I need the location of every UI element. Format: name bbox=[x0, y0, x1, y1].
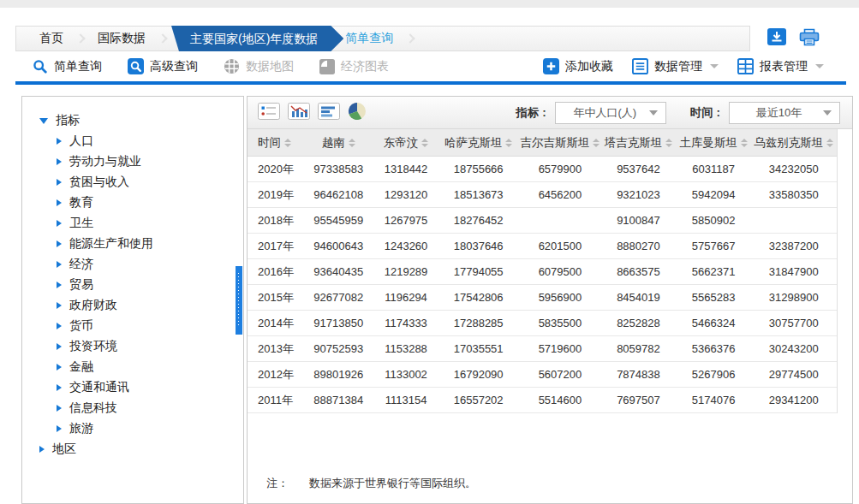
page-top-band bbox=[0, 0, 859, 8]
column-header-塔吉克斯坦[interactable]: 塔吉克斯坦 bbox=[600, 129, 677, 156]
table-row[interactable]: 2011年88871384111315416557202551460076975… bbox=[248, 388, 837, 413]
tree-node-卫生[interactable]: 卫生 bbox=[22, 213, 243, 234]
chevron-right-icon bbox=[406, 33, 415, 43]
table-row[interactable]: 2020年97338583131844218755666657990095376… bbox=[248, 157, 837, 182]
triangle-right-icon bbox=[57, 343, 62, 350]
column-header-乌兹别克斯坦[interactable]: 乌兹别克斯坦 bbox=[751, 129, 837, 156]
toolbar-button[interactable]: 报表管理 bbox=[737, 58, 824, 74]
triangle-right-icon bbox=[57, 323, 62, 329]
chevron-down-icon bbox=[815, 64, 824, 68]
data-cell: 1153288 bbox=[375, 336, 438, 361]
tree-node-金融[interactable]: 金融 bbox=[22, 357, 243, 377]
chevron-right-icon bbox=[75, 33, 85, 43]
toolbar-blue-rule bbox=[15, 81, 846, 85]
tree-node-政府财政[interactable]: 政府财政 bbox=[22, 295, 243, 316]
tree-node-label: 金融 bbox=[69, 359, 93, 375]
toolbar-button[interactable]: 数据管理 bbox=[632, 58, 719, 74]
sort-arrows-icon[interactable] bbox=[349, 139, 355, 147]
sort-arrows-icon[interactable] bbox=[741, 139, 748, 147]
column-header-土库曼斯坦[interactable]: 土库曼斯坦 bbox=[677, 129, 751, 156]
list-box-icon bbox=[632, 58, 648, 74]
list-view-button[interactable] bbox=[258, 103, 280, 122]
column-header-哈萨克斯坦[interactable]: 哈萨克斯坦 bbox=[438, 129, 520, 156]
download-button[interactable] bbox=[767, 28, 787, 47]
tree-node-教育[interactable]: 教育 bbox=[22, 193, 243, 213]
indicator-filter-label: 指标 : bbox=[516, 105, 546, 121]
data-cell bbox=[751, 208, 837, 233]
tree-node-地区[interactable]: 地区 bbox=[22, 439, 243, 460]
tree-node-label: 能源生产和使用 bbox=[69, 236, 153, 252]
data-cell: 5835500 bbox=[520, 311, 600, 335]
toolbar-button[interactable]: 添加收藏 bbox=[543, 58, 613, 74]
row-year-cell: 2020年 bbox=[248, 157, 302, 181]
sort-arrows-icon[interactable] bbox=[421, 139, 428, 147]
indicator-select[interactable]: 年中人口(人) bbox=[555, 102, 666, 124]
toolbar-button-label: 数据管理 bbox=[654, 59, 702, 74]
chevron-down-icon bbox=[710, 64, 719, 68]
data-cell: 17794055 bbox=[438, 259, 520, 284]
time-select[interactable]: 最近10年 bbox=[729, 102, 840, 124]
breadcrumb-item[interactable]: 国际数据 bbox=[98, 31, 146, 46]
tree-node-经济[interactable]: 经济 bbox=[22, 254, 243, 275]
table-row[interactable]: 2014年91713850117433317288285583550082528… bbox=[248, 311, 837, 336]
breadcrumb-item[interactable]: 简单查询 bbox=[345, 31, 393, 46]
data-cell: 8663575 bbox=[600, 259, 677, 284]
tree-node-贫困与收入[interactable]: 贫困与收入 bbox=[22, 172, 243, 193]
row-year-cell: 2013年 bbox=[248, 336, 302, 361]
table-row[interactable]: 2017年94600643124326018037646620150088802… bbox=[248, 234, 837, 259]
sidebar-scrollbar-thumb[interactable] bbox=[236, 266, 242, 335]
tree-node-劳动力与就业[interactable]: 劳动力与就业 bbox=[22, 151, 243, 172]
tree-node-人口[interactable]: 人口 bbox=[22, 131, 243, 151]
data-cell: 6031187 bbox=[677, 157, 751, 181]
column-header-越南[interactable]: 越南 bbox=[302, 129, 375, 156]
data-cell: 5514600 bbox=[520, 388, 600, 412]
data-cell: 18037646 bbox=[438, 234, 520, 258]
tree-node-旅游[interactable]: 旅游 bbox=[22, 418, 243, 439]
tree-node-label: 劳动力与就业 bbox=[69, 154, 141, 169]
bar-chart-view-button[interactable] bbox=[318, 103, 340, 122]
data-cell: 6456200 bbox=[520, 182, 600, 207]
table-header-row: 时间越南东帝汶哈萨克斯坦吉尔吉斯斯坦塔吉克斯坦土库曼斯坦乌兹别克斯坦 bbox=[248, 129, 837, 157]
table-row[interactable]: 2016年93640435121928917794055607950086635… bbox=[248, 259, 837, 285]
table-row[interactable]: 2019年96462108129312018513673645620093210… bbox=[248, 182, 837, 208]
map-globe-icon bbox=[224, 58, 240, 74]
print-button[interactable] bbox=[799, 28, 820, 47]
plus-box-icon bbox=[543, 58, 559, 74]
tree-node-货币[interactable]: 货币 bbox=[22, 316, 243, 336]
column-header-label: 土库曼斯坦 bbox=[679, 135, 737, 151]
row-year-cell: 2017年 bbox=[248, 234, 302, 258]
toolbar-button[interactable]: 高级查询 bbox=[128, 58, 198, 74]
table-row[interactable]: 2018年95545959126797518276452910084758509… bbox=[248, 208, 837, 234]
data-cell: 30243200 bbox=[751, 336, 837, 361]
table-row[interactable]: 2015年92677082119629417542806595690084540… bbox=[248, 285, 837, 311]
breadcrumb-item[interactable]: 首页 bbox=[39, 31, 63, 46]
column-header-label: 时间 bbox=[258, 135, 281, 151]
tree-node-指标[interactable]: 指标 bbox=[22, 110, 243, 131]
tree-node-投资环境[interactable]: 投资环境 bbox=[22, 336, 243, 357]
tree-node-信息科技[interactable]: 信息科技 bbox=[22, 398, 243, 418]
sort-arrows-icon[interactable] bbox=[505, 139, 512, 147]
sort-arrows-icon[interactable] bbox=[826, 139, 833, 147]
triangle-right-icon bbox=[57, 240, 62, 247]
list-view-icon bbox=[258, 103, 280, 122]
column-header-时间[interactable]: 时间 bbox=[248, 129, 302, 156]
sort-arrows-icon[interactable] bbox=[284, 139, 291, 147]
column-header-吉尔吉斯斯坦[interactable]: 吉尔吉斯斯坦 bbox=[520, 129, 600, 156]
sort-arrows-icon[interactable] bbox=[593, 139, 600, 147]
tree-node-贸易[interactable]: 贸易 bbox=[22, 275, 243, 295]
grid-box-icon bbox=[737, 58, 754, 74]
tree-node-交通和通讯[interactable]: 交通和通讯 bbox=[22, 377, 243, 398]
triangle-right-icon bbox=[57, 425, 62, 432]
pie-chart-view-button[interactable] bbox=[348, 102, 367, 123]
triangle-down-icon bbox=[39, 118, 48, 124]
data-cell: 29774500 bbox=[751, 362, 837, 387]
toolbar-button[interactable]: 简单查询 bbox=[33, 59, 102, 74]
table-row[interactable]: 2013年90752593115328817035551571960080597… bbox=[248, 336, 837, 362]
tree-node-能源生产和使用[interactable]: 能源生产和使用 bbox=[22, 234, 243, 254]
time-select-value: 最近10年 bbox=[735, 105, 823, 121]
column-chart-view-button[interactable] bbox=[288, 103, 310, 122]
table-row[interactable]: 2012年89801926113300216792090560720078748… bbox=[248, 362, 837, 388]
column-header-东帝汶[interactable]: 东帝汶 bbox=[375, 129, 438, 156]
breadcrumb-item[interactable]: 主要国家(地区)年度数据 bbox=[171, 26, 343, 51]
sort-arrows-icon[interactable] bbox=[665, 139, 672, 147]
